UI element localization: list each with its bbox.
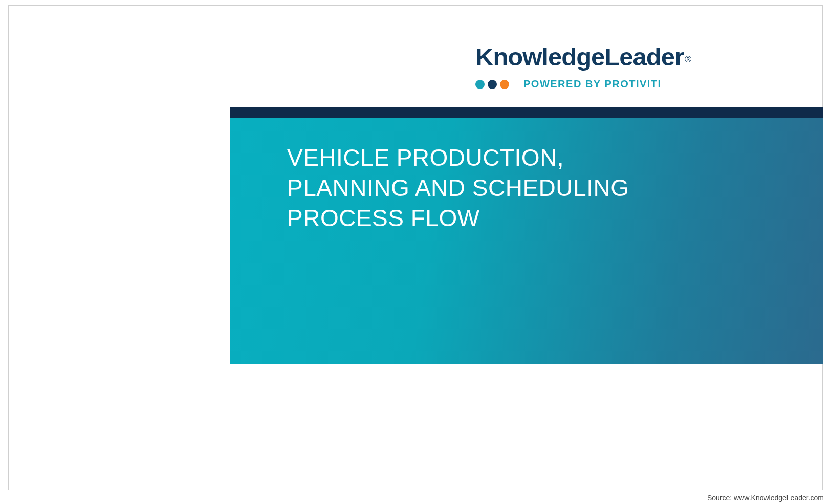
title-line-2: PLANNING AND SCHEDULING — [287, 173, 629, 203]
logo-line: KnowledgeLeader® — [475, 42, 798, 71]
dot-icon — [475, 80, 485, 89]
slide-frame: KnowledgeLeader® POWERED BY PROTIVITI VE… — [8, 5, 823, 490]
brand-tagline: POWERED BY PROTIVITI — [523, 78, 662, 90]
logo-block: KnowledgeLeader® POWERED BY PROTIVITI — [475, 42, 798, 90]
logo-subline-row: POWERED BY PROTIVITI — [475, 78, 798, 90]
dot-icon — [488, 80, 497, 89]
title-accent-bar — [230, 107, 823, 118]
brand-name: KnowledgeLeader — [475, 43, 684, 71]
brand-dots — [475, 80, 509, 89]
title-line-1: VEHICLE PRODUCTION, — [287, 143, 629, 173]
dot-icon — [500, 80, 509, 89]
title-panel: VEHICLE PRODUCTION, PLANNING AND SCHEDUL… — [230, 118, 823, 364]
source-attribution: Source: www.KnowledgeLeader.com — [707, 494, 824, 502]
slide-title: VEHICLE PRODUCTION, PLANNING AND SCHEDUL… — [287, 143, 629, 233]
title-line-3: PROCESS FLOW — [287, 203, 629, 233]
registered-mark: ® — [685, 54, 691, 64]
